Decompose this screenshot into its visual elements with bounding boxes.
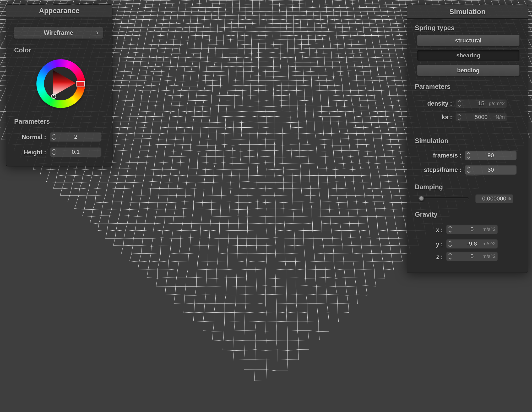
normal-value: 2	[50, 132, 101, 142]
density-label: density :	[407, 100, 452, 107]
gravity-y-unit: m/s^2	[482, 241, 496, 247]
spring-bending-button[interactable]: bending	[417, 65, 520, 76]
damping-slider-knob[interactable]	[419, 196, 424, 201]
gravity-y-field[interactable]: -9.8 m/s^2	[446, 239, 498, 248]
sim-simulation-label: Simulation	[415, 137, 448, 145]
color-wheel[interactable]	[36, 59, 85, 108]
spring-shearing-button[interactable]: shearing	[417, 50, 520, 61]
simulation-panel-title: Simulation	[449, 8, 485, 16]
simulation-panel-header[interactable]: Simulation	[407, 5, 528, 19]
density-field[interactable]: 15 g/cm^2	[455, 99, 507, 108]
frames-value: 90	[465, 151, 517, 160]
gravity-x-label: x :	[407, 226, 443, 234]
frames-field[interactable]: 90	[465, 151, 517, 160]
appearance-panel: Appearance Wireframe › Color Parameters …	[6, 4, 112, 166]
sim-parameters-label: Parameters	[415, 83, 450, 90]
gravity-z-field[interactable]: 0 m/s^2	[446, 252, 498, 261]
gravity-z-unit: m/s^2	[482, 253, 496, 259]
shader-dropdown-label: Wireframe	[44, 29, 73, 36]
spring-structural-label: structural	[455, 37, 481, 44]
gravity-z-label: z :	[407, 253, 443, 261]
spring-shearing-label: shearing	[456, 52, 480, 59]
chevron-right-icon: ›	[96, 28, 99, 37]
appearance-panel-title: Appearance	[39, 7, 80, 15]
gravity-label: Gravity	[415, 211, 437, 218]
steps-label: steps/frame :	[407, 166, 462, 174]
damping-label: Damping	[415, 183, 443, 191]
spring-bending-label: bending	[457, 67, 480, 74]
height-field[interactable]: 0.1	[50, 147, 101, 157]
shader-dropdown[interactable]: Wireframe ›	[14, 27, 103, 39]
spring-types-label: Spring types	[415, 24, 454, 32]
height-label: Height :	[6, 149, 46, 156]
saturation-value-selector[interactable]	[51, 94, 56, 99]
frames-label: frames/s :	[407, 152, 462, 159]
gravity-x-field[interactable]: 0 m/s^2	[446, 225, 498, 234]
spring-structural-button[interactable]: structural	[417, 35, 520, 46]
damping-slider[interactable]	[419, 197, 469, 200]
appearance-panel-header[interactable]: Appearance	[6, 5, 112, 17]
color-section-label: Color	[14, 46, 31, 54]
steps-value: 30	[465, 165, 517, 175]
appearance-parameters-label: Parameters	[14, 118, 50, 125]
hue-selector[interactable]	[76, 81, 85, 86]
simulation-panel: Simulation Spring types structural shear…	[407, 5, 528, 273]
steps-field[interactable]: 30	[465, 165, 517, 175]
gravity-x-unit: m/s^2	[482, 226, 496, 232]
damping-value-field[interactable]: 0.000000 %	[475, 194, 513, 203]
ks-label: ks :	[407, 114, 452, 121]
normal-label: Normal :	[6, 134, 46, 141]
height-value: 0.1	[50, 147, 101, 157]
ks-unit: N/m	[496, 114, 505, 120]
ks-field[interactable]: 5000 N/m	[455, 113, 507, 121]
density-unit: g/cm^2	[489, 101, 505, 106]
damping-unit: %	[507, 196, 511, 202]
gravity-y-label: y :	[407, 241, 443, 248]
normal-field[interactable]: 2	[50, 132, 101, 142]
